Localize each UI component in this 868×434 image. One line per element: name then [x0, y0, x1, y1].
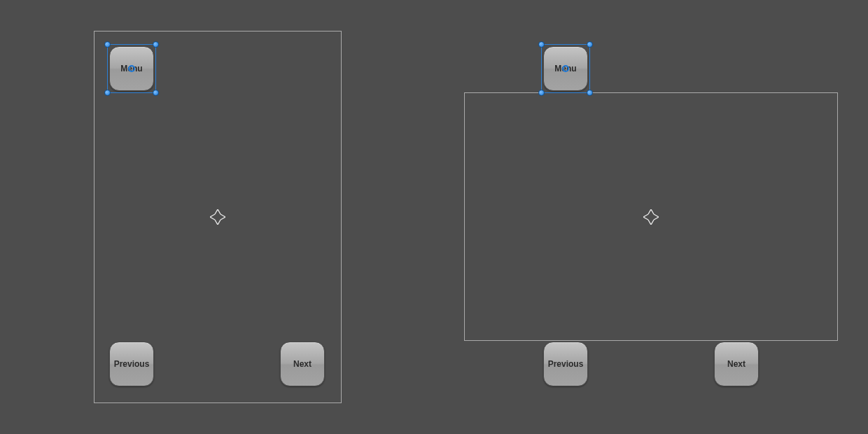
- resize-handle-tl[interactable]: [538, 41, 545, 48]
- svg-line-9: [651, 209, 654, 214]
- menu-button[interactable]: Menu: [543, 46, 588, 91]
- next-button[interactable]: Next: [714, 342, 759, 386]
- svg-line-0: [215, 209, 218, 214]
- svg-line-11: [654, 217, 659, 220]
- svg-line-14: [643, 214, 648, 217]
- svg-line-4: [215, 220, 218, 225]
- svg-line-10: [654, 214, 659, 217]
- button-label: Previous: [114, 359, 150, 369]
- svg-line-1: [218, 209, 220, 214]
- button-label: Previous: [548, 359, 584, 369]
- svg-line-15: [643, 217, 648, 220]
- button-label: Menu: [120, 64, 142, 74]
- button-label: Next: [727, 359, 746, 369]
- svg-line-13: [651, 220, 654, 225]
- svg-line-12: [648, 220, 651, 225]
- previous-button[interactable]: Previous: [109, 342, 154, 386]
- svg-line-6: [210, 214, 215, 217]
- menu-button[interactable]: Menu: [109, 46, 154, 91]
- next-button[interactable]: Next: [280, 342, 325, 386]
- svg-line-3: [220, 217, 225, 220]
- landscape-frame[interactable]: [464, 92, 838, 341]
- button-label: Menu: [554, 64, 576, 74]
- previous-button[interactable]: Previous: [543, 342, 588, 386]
- anchor-icon: [643, 209, 659, 225]
- resize-handle-tr[interactable]: [587, 41, 593, 48]
- anchor-icon: [210, 209, 225, 225]
- button-label: Next: [293, 359, 312, 369]
- svg-line-7: [210, 217, 215, 220]
- svg-line-5: [218, 220, 220, 225]
- svg-line-8: [648, 209, 651, 214]
- svg-line-2: [220, 214, 225, 217]
